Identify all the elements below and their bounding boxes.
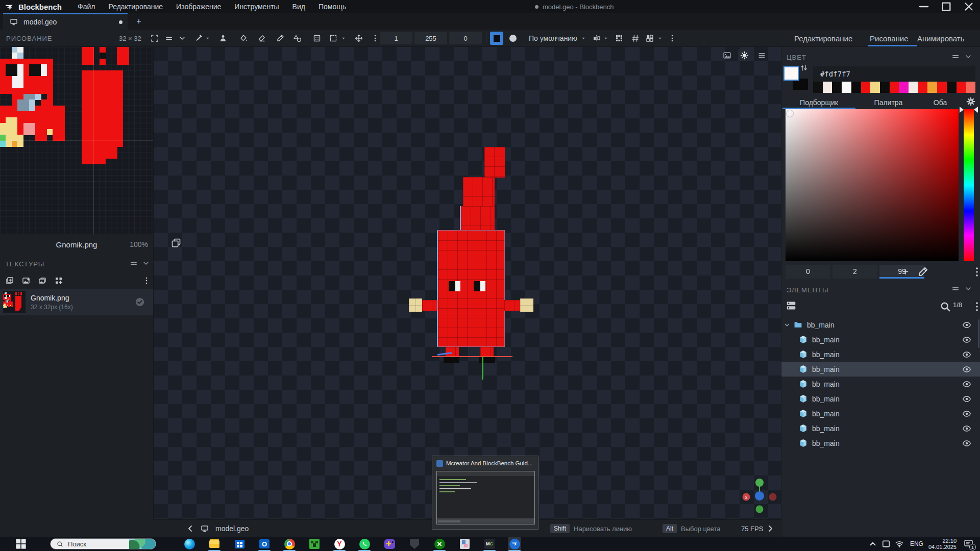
palette-swatch[interactable] [823, 82, 832, 93]
palette-swatch[interactable] [861, 82, 871, 93]
mirror-paint-icon[interactable] [591, 30, 602, 47]
saturation-value-picker[interactable] [786, 109, 959, 261]
tab-both[interactable]: Оба [920, 98, 960, 107]
mode-tab-animate[interactable]: Анимировать [917, 30, 965, 47]
pixel-grid-icon[interactable] [630, 30, 641, 47]
tab-model-geo[interactable]: model.geo [3, 13, 128, 30]
search-icon[interactable] [940, 301, 951, 312]
outliner-cube-row[interactable]: bb_main [781, 377, 980, 391]
mirror-caret-icon[interactable] [603, 30, 608, 47]
copy-view-icon[interactable] [171, 238, 181, 248]
texture-list-item[interactable]: Gnomik.png 32 x 32px (16x) [0, 289, 153, 315]
outliner-cube-row[interactable]: bb_main [781, 332, 980, 347]
outliner-cube-row[interactable]: bb_main [781, 436, 980, 450]
menu-item[interactable]: Помощь [312, 0, 353, 13]
hue-input[interactable]: 0 [786, 265, 830, 279]
taskbar-app-whatsapp[interactable] [358, 537, 371, 550]
status-back-icon[interactable] [185, 520, 196, 537]
selection-tool[interactable] [328, 30, 339, 47]
taskbar-app-tanks[interactable] [408, 537, 421, 550]
panel-collapse-icon[interactable] [177, 30, 188, 47]
outliner-cube-row[interactable]: bb_main [781, 391, 980, 406]
wifi-icon[interactable] [895, 539, 904, 548]
color-collapse-icon[interactable] [964, 53, 974, 63]
maximize-button[interactable] [935, 0, 958, 13]
hue-handle-right-icon[interactable] [974, 107, 978, 113]
outliner-toggle-icon[interactable] [786, 300, 797, 311]
mode-tab-paint[interactable]: Рисование [870, 30, 909, 47]
visibility-eye-icon[interactable] [962, 424, 971, 433]
import-texture-button[interactable] [20, 273, 32, 288]
palette-swatch[interactable] [851, 82, 861, 93]
square-brush-button[interactable] [490, 32, 503, 45]
texture-more-icon[interactable] [141, 273, 152, 288]
picker-cursor-icon[interactable] [787, 110, 793, 117]
fill-tool[interactable] [217, 30, 229, 47]
brush-dropdown-icon[interactable] [205, 30, 210, 47]
color-picker-tool[interactable] [275, 30, 286, 47]
tray-chevron-up-icon[interactable] [868, 539, 877, 548]
taskbar-app-outlook[interactable]: O [258, 537, 271, 550]
palette-swatch[interactable] [918, 82, 928, 93]
hue-slider[interactable] [964, 109, 974, 261]
menu-item[interactable]: Изображение [169, 0, 228, 13]
visibility-eye-icon[interactable] [962, 409, 971, 418]
eraser-tool[interactable] [256, 30, 267, 47]
visibility-eye-icon[interactable] [962, 335, 971, 344]
blend-mode-select[interactable]: По умолчанию [529, 30, 577, 47]
outliner-cube-row[interactable]: bb_main [781, 421, 980, 436]
hex-color-input[interactable]: #fdf7f7 [813, 66, 975, 82]
add-to-palette-button[interactable]: + [899, 265, 912, 279]
layout-caret-icon[interactable] [657, 30, 663, 47]
visibility-eye-icon[interactable] [962, 380, 971, 389]
saturation-input[interactable]: 2 [832, 265, 877, 279]
gear-icon[interactable] [966, 97, 975, 106]
palette-swatch[interactable] [966, 82, 975, 93]
toolbar-more-icon[interactable] [667, 30, 678, 47]
palette-swatch[interactable] [927, 82, 937, 93]
screenshot-icon[interactable] [721, 49, 733, 61]
palette-swatch[interactable] [957, 82, 966, 93]
visibility-eye-icon[interactable] [962, 365, 971, 374]
minimize-button[interactable] [913, 0, 935, 13]
primary-color-swatch[interactable] [783, 66, 799, 81]
popup-window-thumbnail[interactable] [436, 471, 535, 524]
start-button[interactable] [15, 538, 27, 549]
new-tab-button[interactable]: + [132, 14, 146, 29]
taskbar-app-xbox[interactable]: ✕ [433, 537, 446, 550]
create-texture-button[interactable] [4, 273, 15, 288]
outliner-cube-row[interactable]: bb_main [781, 362, 980, 377]
palette-swatch[interactable] [909, 82, 918, 93]
fullscreen-icon[interactable] [149, 30, 160, 47]
status-forward-icon[interactable] [765, 520, 776, 537]
taskbar-app-minecraft[interactable] [308, 537, 321, 550]
close-button[interactable] [958, 0, 980, 13]
brush-tool[interactable] [193, 30, 204, 47]
palette-swatch[interactable] [899, 82, 909, 93]
taskbar-app-edge[interactable] [183, 537, 196, 550]
palette-swatch[interactable] [842, 82, 851, 93]
taskbar-preview-popup[interactable]: Mcreator And BlockBench Guid... [432, 456, 538, 530]
bucket-tool[interactable] [238, 30, 249, 47]
menu-item[interactable]: Файл [71, 0, 102, 13]
menu-item[interactable]: Вид [286, 0, 312, 13]
taskbar-app-gamepad[interactable] [383, 537, 396, 550]
taskbar-search[interactable]: Поиск [50, 538, 156, 549]
taskbar-app-explorer[interactable] [208, 537, 221, 550]
taskbar-app-paint[interactable] [458, 537, 471, 550]
widgets-image[interactable] [129, 538, 156, 549]
folder-chevron-icon[interactable] [783, 321, 791, 329]
taskbar-app-yandex[interactable]: Y [333, 537, 346, 550]
palette-swatch[interactable] [832, 82, 842, 93]
eyedropper-button[interactable] [917, 266, 928, 278]
selection-dropdown-icon[interactable] [341, 30, 346, 47]
orientation-gizmo[interactable]: x [741, 477, 778, 515]
clock[interactable]: 22:10 04.01.2025 [928, 538, 957, 550]
tab-palette[interactable]: Палитра [856, 98, 920, 107]
move-tool[interactable] [353, 30, 364, 47]
palette-swatch[interactable] [890, 82, 899, 93]
taskbar-app-chrome[interactable] [283, 537, 296, 550]
visibility-eye-icon[interactable] [962, 394, 971, 404]
palette-swatch[interactable] [937, 82, 947, 93]
palette-swatch[interactable] [947, 82, 957, 93]
